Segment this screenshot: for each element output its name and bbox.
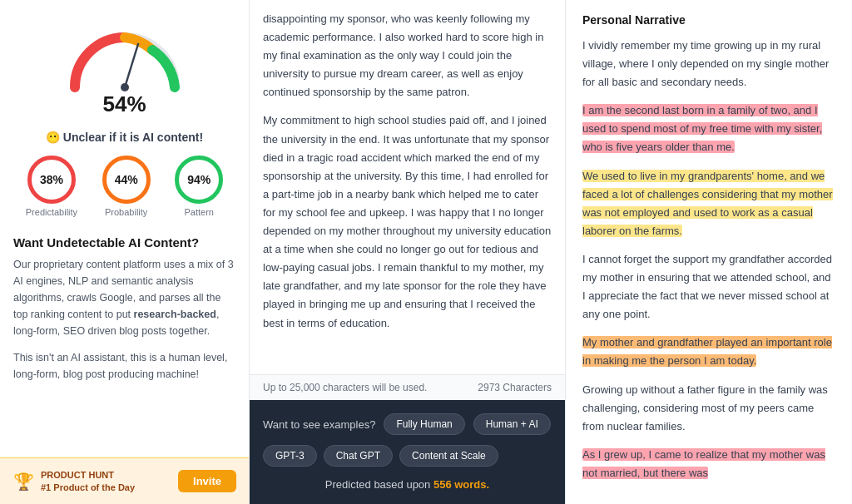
- probability-label: Probability: [105, 207, 147, 217]
- paragraph-3: We used to live in my grandparents' home…: [582, 167, 835, 240]
- gpt3-button[interactable]: GPT-3: [263, 445, 317, 467]
- metrics-row: 38% Predictability 44% Probability 94% P…: [13, 156, 235, 217]
- highlight-second-last-born: I am the second last born in a family of…: [582, 104, 822, 153]
- examples-panel: Want to see examples? Fully Human Human …: [250, 400, 565, 504]
- metric-predictability: 38% Predictability: [26, 156, 77, 217]
- paragraph-1: I vividly remember my time growing up in…: [582, 37, 835, 91]
- highlight-mother-not-married: As I grew up, I came to realize that my …: [582, 448, 825, 479]
- ph-text-block: PRODUCT HUNT #1 Product of the Day: [41, 469, 135, 493]
- middle-panel: disappointing my sponsor, who was keenly…: [250, 0, 566, 504]
- fully-human-button[interactable]: Fully Human: [384, 413, 464, 435]
- description-2: This isn't an AI assistant, this is a hu…: [13, 349, 235, 383]
- predictability-circle: 38%: [27, 156, 76, 204]
- want-examples-label: Want to see examples?: [263, 418, 375, 431]
- paragraph-7: As I grew up, I came to realize that my …: [582, 446, 835, 482]
- highlight-grandparents: We used to live in my grandparents' home…: [582, 170, 833, 237]
- char-info-bar: Up to 25,000 characters will be used. 29…: [250, 374, 565, 400]
- section-title: Personal Narrative: [582, 0, 835, 27]
- char-count-text: 2973 Characters: [478, 382, 552, 393]
- gauge-container: 54%: [13, 17, 235, 122]
- pattern-label: Pattern: [184, 207, 213, 217]
- metric-probability: 44% Probability: [102, 156, 151, 217]
- word-count: 556 words.: [433, 478, 489, 491]
- middle-content: disappointing my sponsor, who was keenly…: [250, 0, 565, 374]
- svg-line-0: [125, 44, 138, 87]
- description-1: Our proprietary content platform uses a …: [13, 256, 235, 339]
- svg-point-1: [121, 83, 129, 91]
- highlight-mother-grandfather: My mother and grandfather played an impo…: [582, 336, 832, 367]
- examples-second-row: GPT-3 Chat GPT Content at Scale: [263, 445, 552, 467]
- paragraph-4: I cannot forget the support my grandfath…: [582, 250, 835, 324]
- predicted-text: Predicted based upon 556 words.: [263, 478, 552, 491]
- left-panel: 54% 😶 Unclear if it is AI content! 38% P…: [0, 0, 250, 504]
- body-text: disappointing my sponsor, who was keenly…: [263, 10, 552, 101]
- metric-pattern: 94% Pattern: [175, 156, 223, 217]
- human-plus-ai-button[interactable]: Human + AI: [473, 413, 551, 435]
- right-panel: Personal Narrative I vividly remember my…: [566, 0, 852, 504]
- ph-left: 🏆 PRODUCT HUNT #1 Product of the Day: [13, 469, 135, 493]
- gauge-percent: 54%: [102, 91, 146, 117]
- chatgpt-button[interactable]: Chat GPT: [324, 445, 393, 467]
- paragraph-6: Growing up without a father figure in th…: [582, 381, 835, 436]
- gauge-svg: [58, 17, 191, 100]
- product-hunt-bar: 🏆 PRODUCT HUNT #1 Product of the Day Inv…: [0, 457, 250, 504]
- examples-top-row: Want to see examples? Fully Human Human …: [263, 413, 552, 435]
- paragraph-2: I am the second last born in a family of…: [582, 101, 835, 156]
- ph-icon: 🏆: [13, 472, 34, 492]
- want-undetectable-heading: Want Undetectable AI Content?: [13, 235, 235, 250]
- invite-button[interactable]: Invite: [178, 470, 236, 492]
- ph-title: #1 Product of the Day: [41, 482, 135, 493]
- paragraph-5: My mother and grandfather played an impo…: [582, 334, 835, 370]
- ph-label: PRODUCT HUNT: [41, 469, 135, 481]
- predictability-label: Predictability: [26, 207, 77, 217]
- body-text-2: My commitment to high school studies pai…: [263, 111, 552, 332]
- pattern-circle: 94%: [175, 156, 223, 204]
- content-at-scale-button[interactable]: Content at Scale: [399, 445, 498, 467]
- char-limit-text: Up to 25,000 characters will be used.: [263, 382, 427, 393]
- unclear-label: 😶 Unclear if it is AI content!: [13, 131, 235, 144]
- probability-circle: 44%: [102, 156, 151, 204]
